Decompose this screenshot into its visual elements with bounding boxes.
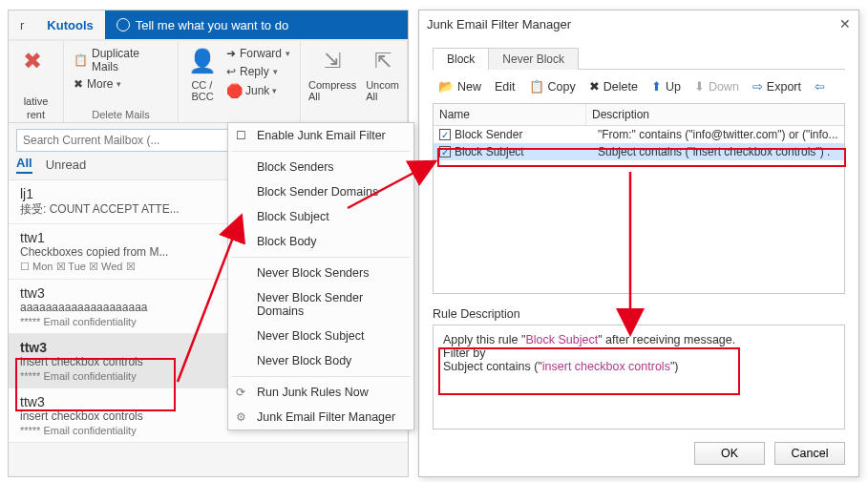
- filter-unread[interactable]: Unread: [46, 157, 87, 172]
- more-label: More: [87, 77, 113, 91]
- duplicate-label: Duplicate Mails: [92, 47, 168, 73]
- reply-label: Reply: [240, 65, 269, 78]
- dialog-title: Junk Email Filter Manager: [427, 17, 571, 31]
- ribbon-tabs: r Kutools Tell me what you want to do: [9, 10, 408, 39]
- mail-subject: Checkboxes copied from M...: [20, 245, 249, 259]
- ribbon-tab-stub[interactable]: r: [9, 10, 35, 39]
- junk-icon: 🛑: [226, 83, 243, 98]
- up-arrow-icon: ⬆: [651, 79, 662, 94]
- menu-item-run-junk-rules-now[interactable]: ⟳Run Junk Rules Now: [228, 380, 413, 405]
- menu-item-never-block-subject[interactable]: Never Block Subject: [228, 324, 413, 348]
- delete-button[interactable]: ✖Delete: [589, 79, 638, 94]
- copy-icon: 📋: [529, 79, 544, 94]
- duplicate-icon: 📋: [74, 53, 88, 67]
- mail-subject: aaaaaaaaaaaaaaaaaaaa: [20, 301, 249, 314]
- export-button[interactable]: ⇨Export: [752, 79, 801, 94]
- uncompress-all-button[interactable]: ⇱ Uncom All: [366, 45, 399, 102]
- col-description[interactable]: Description: [586, 104, 844, 125]
- down-button[interactable]: ⬇Down: [694, 79, 739, 94]
- down-arrow-icon: ⬇: [694, 79, 705, 94]
- new-icon: 📂: [438, 79, 454, 94]
- menu-item-block-senders[interactable]: Block Senders: [228, 155, 413, 179]
- rule-desc: Subject contains ("insert checkbox contr…: [598, 145, 838, 158]
- rule-name: Block Sender: [455, 128, 594, 141]
- junk-button[interactable]: 🛑 Junk▾: [224, 81, 292, 100]
- junk-filter-manager-dialog: Junk Email Filter Manager ✕ Block Never …: [418, 10, 859, 477]
- rule-text: Apply this rule "Block Subject" after re…: [443, 333, 835, 373]
- menu-item-block-body[interactable]: Block Body: [228, 229, 413, 254]
- label-lative: lative: [24, 95, 49, 107]
- duplicate-mails-button[interactable]: 📋 Duplicate Mails: [72, 45, 170, 75]
- reply-button[interactable]: ↩ Reply▾: [224, 63, 292, 80]
- group-caption-delete: Delete Mails: [72, 109, 170, 120]
- forward-button[interactable]: ➜ Forward▾: [224, 45, 292, 62]
- menu-item-block-sender-domains[interactable]: Block Sender Domains: [228, 179, 413, 204]
- user-icon: 👤: [186, 45, 219, 77]
- close-icon[interactable]: ✕: [839, 16, 851, 31]
- mail-subject: insert checkbox controls: [20, 355, 249, 368]
- tab-never-block[interactable]: Never Block: [489, 48, 579, 70]
- dialog-tabs: Block Never Block: [433, 47, 845, 70]
- menu-item-never-block-body[interactable]: Never Block Body: [228, 348, 413, 373]
- menu-item-junk-filter-manager[interactable]: ⚙Junk Email Filter Manager: [228, 405, 413, 430]
- ccbcc-label: CC / BCC: [191, 79, 213, 102]
- uncompress-label: Uncom All: [366, 79, 399, 102]
- export-icon: ⇨: [752, 79, 763, 94]
- junk-label: Junk: [245, 84, 269, 97]
- checkbox-icon[interactable]: ✓: [439, 129, 451, 140]
- delete-icon: ✖: [589, 79, 600, 94]
- mail-subject: 接受: COUNT ACCEPT ATTE...: [20, 201, 249, 218]
- rule-description-box: Apply this rule "Block Subject" after re…: [433, 325, 845, 430]
- delete-icon[interactable]: ✖: [16, 45, 49, 77]
- tab-block[interactable]: Block: [433, 48, 489, 70]
- new-button[interactable]: 📂New: [438, 79, 481, 94]
- chevron-down-icon: ▾: [116, 79, 121, 89]
- cross-icon: ✖: [74, 77, 83, 91]
- rule-description-label: Rule Description: [433, 307, 845, 321]
- tellme-label: Tell me what you want to do: [136, 18, 288, 32]
- up-button[interactable]: ⬆Up: [651, 79, 681, 94]
- mail-subject: insert checkbox controls: [20, 409, 249, 423]
- label-rent: rent: [27, 109, 45, 120]
- rules-grid: Name Description ✓ Block Sender "From:" …: [433, 103, 845, 294]
- menu-item-block-subject[interactable]: Block Subject: [228, 204, 413, 229]
- dialog-titlebar: Junk Email Filter Manager ✕: [419, 10, 858, 37]
- menu-item-enable-junk[interactable]: ☐Enable Junk Email Filter: [228, 123, 413, 148]
- copy-button[interactable]: 📋Copy: [529, 79, 576, 94]
- menu-item-never-block-sender-domains[interactable]: Never Block Sender Domains: [228, 285, 413, 324]
- import-button[interactable]: ⇦: [815, 79, 825, 94]
- menu-item-never-block-senders[interactable]: Never Block Senders: [228, 261, 413, 285]
- ribbon-tab-kutools[interactable]: Kutools: [35, 10, 104, 39]
- junk-dropdown-menu: ☐Enable Junk Email Filter Block Senders …: [227, 122, 414, 430]
- rule-name: Block Subject: [455, 145, 594, 158]
- cancel-button[interactable]: Cancel: [774, 442, 845, 465]
- rule-row[interactable]: ✓ Block Sender "From:" contains ("info@t…: [434, 126, 844, 143]
- more-button[interactable]: ✖ More ▾: [72, 75, 170, 93]
- ccbcc-button[interactable]: 👤 CC / BCC: [186, 45, 219, 102]
- compress-all-button[interactable]: ⇲ Compress All: [308, 45, 356, 102]
- forward-label: Forward: [240, 47, 282, 60]
- ok-button[interactable]: OK: [694, 442, 765, 465]
- rule-row-selected[interactable]: ✓ Block Subject Subject contains ("inser…: [434, 143, 844, 160]
- reply-icon: ↩: [226, 65, 236, 78]
- ribbon: ✖ lative rent 📋 Duplicate Mails ✖ More ▾…: [9, 41, 408, 123]
- dialog-toolbar: 📂New Edit 📋Copy ✖Delete ⬆Up ⬇Down ⇨Expor…: [433, 70, 845, 103]
- rule-desc: "From:" contains ("info@twitter.com") or…: [598, 128, 838, 141]
- filter-all[interactable]: All: [16, 156, 32, 174]
- forward-icon: ➜: [226, 47, 236, 60]
- edit-button[interactable]: Edit: [495, 80, 516, 94]
- lightbulb-icon: [116, 18, 130, 31]
- compress-label: Compress All: [308, 79, 356, 102]
- ribbon-tab-tellme[interactable]: Tell me what you want to do: [105, 10, 300, 39]
- compress-icon: ⇲: [316, 45, 349, 77]
- col-name[interactable]: Name: [434, 104, 586, 125]
- checkbox-icon[interactable]: ✓: [439, 146, 451, 157]
- import-icon: ⇦: [815, 79, 825, 94]
- uncompress-icon: ⇱: [367, 45, 399, 77]
